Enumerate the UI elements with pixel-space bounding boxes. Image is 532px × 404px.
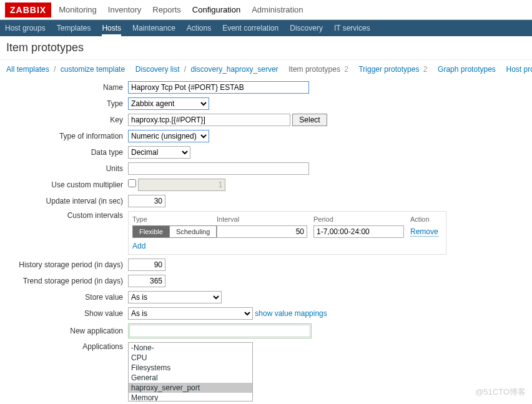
type-of-info-select[interactable]: Numeric (unsigned) [128,130,209,142]
interval-remove-link[interactable]: Remove [410,227,438,237]
nav-inventory[interactable]: Inventory [108,5,141,14]
list-item[interactable]: General [129,373,252,383]
bc-trigger-prototypes[interactable]: Trigger prototypes [358,65,419,74]
show-value-select[interactable]: As is [128,307,253,320]
list-item[interactable]: haproxy_server_port [129,383,252,393]
int-hdr-period: Period [313,215,410,223]
nav-administration[interactable]: Administration [252,5,303,14]
int-hdr-interval: Interval [217,215,313,223]
label-applications: Applications [6,342,128,351]
show-value-mappings-link[interactable]: show value mappings [255,309,327,318]
nav-configuration[interactable]: Configuration [192,5,240,14]
multiplier-input [138,179,225,191]
list-item[interactable]: CPU [129,353,252,363]
bc-host-prototypes[interactable]: Host prototypes [506,65,532,74]
list-item[interactable]: Memory [129,393,252,402]
label-key: Key [6,116,128,124]
int-hdr-action: Action [410,215,441,223]
int-hdr-type: Type [132,215,217,223]
label-type-of-information: Type of information [6,132,128,140]
history-input[interactable] [128,259,165,271]
update-interval-input[interactable] [128,195,165,207]
key-input[interactable] [128,114,290,126]
watermark: @51CTO博客 [475,387,526,398]
subnav-templates[interactable]: Templates [57,20,91,36]
label-history: History storage period (in days) [6,260,128,269]
applications-listbox[interactable]: -None- CPU Filesystems General haproxy_s… [128,342,253,402]
label-show-value: Show value [6,309,128,318]
subnav-hosts[interactable]: Hosts [102,20,121,36]
logo: ZABBIX [5,2,51,17]
label-trend: Trend storage period (in days) [6,277,128,285]
subnav-event-correlation[interactable]: Event correlation [222,20,278,36]
bc-discovery-list[interactable]: Discovery list [135,65,180,74]
list-item[interactable]: Filesystems [129,363,252,373]
bc-trigger-count: 2 [423,65,428,74]
data-type-select[interactable]: Decimal [128,146,190,159]
label-data-type: Data type [6,148,128,157]
label-update-interval: Update interval (in sec) [6,197,128,205]
intervals-box: Type Interval Period Action Flexible Sch… [128,211,446,255]
bc-all-templates[interactable]: All templates [6,65,49,74]
trend-input[interactable] [128,275,165,287]
breadcrumb: All templates / customize template Disco… [0,60,532,79]
subnav-actions[interactable]: Actions [187,20,211,36]
bc-graph-prototypes[interactable]: Graph prototypes [438,65,496,74]
multiplier-checkbox[interactable] [128,179,136,187]
label-units: Units [6,164,128,173]
page-title: Item prototypes [0,36,532,60]
subnav-host-groups[interactable]: Host groups [5,20,46,36]
subnav-maintenance[interactable]: Maintenance [132,20,175,36]
bc-item-count: 2 [344,65,348,74]
name-input[interactable] [128,81,309,94]
bc-customize-template[interactable]: customize template [61,65,125,74]
toggle-flexible[interactable]: Flexible [132,225,170,238]
interval-add-link[interactable]: Add [132,242,145,250]
toggle-scheduling[interactable]: Scheduling [170,225,217,238]
label-store-value: Store value [6,293,128,302]
label-custom-intervals: Custom intervals [6,211,128,220]
interval-period-input[interactable] [313,225,404,238]
label-type: Type [6,99,128,108]
units-input[interactable] [128,162,309,175]
label-multiplier: Use custom multiplier [6,180,128,189]
type-select[interactable]: Zabbix agent [128,97,209,110]
nav-reports[interactable]: Reports [152,5,181,14]
label-new-application: New application [6,327,128,335]
label-name: Name [6,83,128,92]
store-value-select[interactable]: As is [128,291,222,303]
list-item[interactable]: -None- [129,343,252,353]
interval-value-input[interactable] [217,225,307,238]
subnav-discovery[interactable]: Discovery [290,20,323,36]
nav-monitoring[interactable]: Monitoring [59,5,97,14]
bc-discovery-rule[interactable]: discovery_haproxy_server [191,65,278,74]
bc-item-prototypes: Item prototypes [288,65,340,74]
select-button[interactable]: Select [292,114,327,126]
new-application-input[interactable] [129,325,310,337]
subnav-it-services[interactable]: IT services [334,20,370,36]
